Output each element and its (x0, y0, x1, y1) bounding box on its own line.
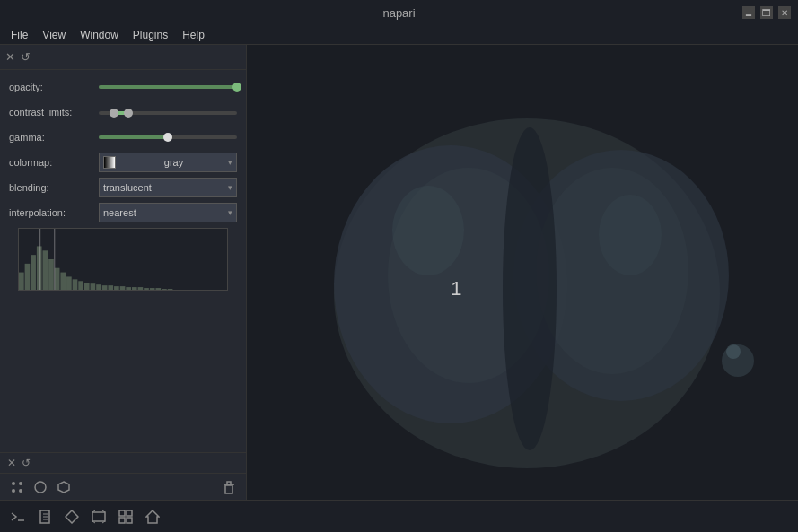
svg-rect-58 (92, 512, 105, 521)
menu-plugins[interactable]: Plugins (126, 27, 175, 43)
svg-rect-17 (120, 286, 126, 290)
svg-point-45 (536, 168, 688, 374)
menubar: File View Window Plugins Help (0, 25, 798, 45)
contrast-track[interactable] (99, 111, 237, 115)
menu-help[interactable]: Help (175, 27, 212, 43)
svg-rect-20 (138, 287, 144, 290)
colormap-arrow-icon: ▾ (228, 158, 232, 167)
close-icon-2[interactable]: ✕ (7, 457, 16, 469)
contrast-low-thumb[interactable] (110, 109, 118, 118)
svg-rect-15 (108, 285, 113, 290)
points-layer-icon[interactable] (7, 477, 27, 497)
properties-panel: opacity: contrast limits: (0, 70, 246, 452)
menu-file[interactable]: File (4, 27, 35, 43)
close-button[interactable]: ✕ (778, 6, 791, 19)
svg-point-32 (35, 482, 46, 493)
bottom-toolbar (0, 500, 798, 532)
svg-rect-7 (60, 273, 66, 290)
contrast-high-thumb[interactable] (124, 109, 133, 118)
menu-view[interactable]: View (35, 27, 73, 43)
svg-rect-5 (48, 259, 54, 290)
svg-point-46 (503, 127, 557, 450)
svg-rect-4 (43, 250, 48, 290)
canvas-area: 1 (247, 45, 798, 532)
svg-marker-57 (66, 510, 78, 523)
histogram (18, 228, 228, 291)
svg-rect-13 (96, 284, 101, 290)
minimize-button[interactable]: 🗕 (742, 6, 755, 19)
gamma-control (99, 135, 237, 139)
contrast-control (99, 109, 237, 115)
left-panel: ✕ ↺ opacity: contrast limits: (0, 45, 247, 532)
svg-rect-8 (66, 276, 72, 290)
gamma-label: gamma: (9, 132, 99, 143)
svg-rect-25 (168, 289, 173, 290)
svg-point-31 (19, 489, 22, 493)
shapes-button[interactable] (61, 506, 83, 528)
colormap-dropdown[interactable]: gray ▾ (99, 153, 237, 172)
svg-marker-33 (58, 482, 69, 493)
terminal-button[interactable] (7, 506, 29, 528)
menu-window[interactable]: Window (73, 27, 126, 43)
grid-button[interactable] (115, 506, 136, 528)
opacity-track[interactable] (99, 85, 237, 89)
close-icon[interactable]: ✕ (5, 50, 15, 64)
image-canvas (289, 96, 756, 482)
controls-bar: ✕ ↺ (0, 45, 246, 70)
gamma-thumb[interactable] (163, 133, 172, 142)
blending-value: translucent (103, 182, 152, 193)
delete-layer-button[interactable] (219, 477, 239, 497)
app-title: napari (382, 6, 415, 20)
svg-rect-6 (55, 268, 60, 290)
svg-rect-66 (127, 518, 132, 523)
home-button[interactable] (142, 506, 163, 528)
screenshot-button[interactable] (88, 506, 110, 528)
interpolation-value: nearest (103, 207, 136, 218)
blending-control: translucent ▾ (99, 178, 237, 197)
svg-rect-34 (225, 485, 232, 493)
opacity-thumb[interactable] (232, 83, 241, 92)
svg-rect-11 (84, 283, 90, 290)
colormap-swatch (103, 156, 116, 169)
svg-rect-21 (144, 288, 149, 290)
svg-rect-2 (31, 255, 36, 290)
colormap-row: colormap: gray ▾ (9, 153, 237, 172)
interpolation-label: interpolation: (9, 207, 99, 218)
gamma-fill (99, 135, 168, 139)
svg-rect-23 (155, 288, 161, 290)
gamma-row: gamma: (9, 127, 237, 147)
refresh-icon-2[interactable]: ↺ (22, 457, 31, 469)
opacity-label: opacity: (9, 82, 99, 92)
opacity-fill (99, 85, 237, 89)
interpolation-control: nearest ▾ (99, 203, 237, 222)
svg-rect-36 (227, 482, 231, 484)
svg-rect-22 (150, 288, 155, 290)
svg-marker-67 (146, 510, 159, 523)
colormap-value: gray (164, 157, 183, 168)
frame-label: 1 (451, 277, 461, 301)
viewer-panel[interactable]: 1 0 ▶ ⏭ 1430 2799 (247, 45, 798, 532)
blending-arrow-icon: ▾ (228, 183, 232, 192)
opacity-control (99, 85, 237, 89)
svg-rect-9 (73, 279, 78, 290)
interpolation-arrow-icon: ▾ (228, 208, 232, 217)
layer-controls-row: ✕ ↺ (0, 452, 246, 474)
titlebar: napari 🗕 🗖 ✕ (0, 0, 798, 25)
svg-point-50 (726, 344, 741, 359)
refresh-icon[interactable]: ↺ (21, 50, 31, 64)
blending-dropdown[interactable]: translucent ▾ (99, 178, 237, 197)
interpolation-dropdown[interactable]: nearest ▾ (99, 203, 237, 222)
maximize-button[interactable]: 🗖 (760, 6, 773, 19)
blending-row: blending: translucent ▾ (9, 178, 237, 197)
main-layout: ✕ ↺ opacity: contrast limits: (0, 45, 798, 532)
opacity-row: opacity: (9, 77, 237, 97)
shapes-layer-icon[interactable] (31, 477, 50, 497)
svg-rect-64 (127, 510, 132, 516)
interpolation-row: interpolation: nearest ▾ (9, 203, 237, 222)
svg-rect-18 (126, 287, 131, 290)
notebook-button[interactable] (34, 506, 56, 528)
gamma-track[interactable] (99, 135, 237, 139)
labels-layer-icon[interactable] (54, 477, 74, 497)
svg-rect-24 (162, 289, 167, 290)
svg-rect-0 (19, 273, 24, 290)
